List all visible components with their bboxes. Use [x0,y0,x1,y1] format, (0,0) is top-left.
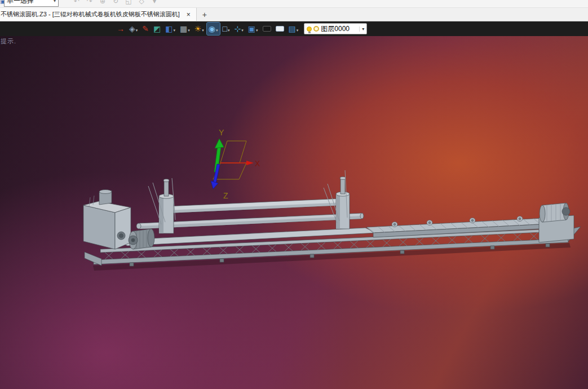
view-settings-icon[interactable]: ▾ [150,0,159,7]
zoom-window-icon[interactable]: ◱ [124,0,133,7]
solid-shell-glyph: ◩ [153,23,161,35]
chevron-down-icon: ▾ [228,28,230,33]
3d-viewport[interactable]: 提示. [0,36,588,389]
roll-housing-right[interactable] [336,177,350,229]
axis-y-label: Y [219,128,224,137]
exit-environment-icon[interactable]: → [115,23,126,35]
layer-combo[interactable]: 图层0000 ▾ [304,23,367,34]
chevron-down-icon: ▾ [174,28,176,33]
axis-plane-xy [220,141,246,163]
sketch-pen-glyph: ✎ [142,23,149,35]
undo-icon[interactable]: ↶ [72,0,81,7]
axis-z-arrowhead [211,181,218,189]
pan-view-icon[interactable]: ⊕ [98,0,107,7]
axis-z-label: Z [223,191,228,200]
document-tab-title: 不锈钢滚圆机.Z3 - [三辊对称机械式卷板机铁皮钢板不锈钢滚圆机] [1,10,180,19]
fit-view-icon[interactable]: ◇ [137,0,146,7]
chevron-down-icon: ▾ [297,28,299,33]
layer-combo-dropdown-icon[interactable]: ▾ [359,26,364,32]
chevron-down-icon: ▾ [54,0,56,3]
close-tab-icon[interactable]: × [185,11,192,19]
zoom-tools-glyph: ◉ [209,23,215,35]
background-color-icon[interactable] [274,23,286,35]
chevron-down-icon: ▾ [256,28,258,33]
document-tab[interactable]: 不锈钢滚圆机.Z3 - [三辊对称机械式卷板机铁皮钢板不锈钢滚圆机] × [0,8,197,21]
top-toolbar-strip: ▣ 单一选择 ▾ ↶↷⊕↻◱◇▾ [0,0,588,8]
background-color-swatch [276,26,284,32]
ribbon-icons: →◈▾✎◩◧▾▦▾☀▾◉▾□▾⊹▾▣▾▤▾ [115,23,300,35]
datum-display-icon[interactable]: ⊹▾ [233,23,245,35]
chevron-down-icon: ▾ [241,28,244,33]
selection-mode-value: 单一选择 [7,0,34,6]
chevron-down-icon: ▾ [202,28,204,33]
redo-icon[interactable]: ↷ [85,0,94,7]
chevron-down-icon: ▾ [136,28,138,33]
gearbox-unit[interactable] [83,190,131,250]
new-tab-button[interactable]: + [197,8,213,21]
machine-model[interactable] [83,170,581,271]
layer-visibility-bulb-icon[interactable] [307,26,312,32]
view-orientation-glyph: ◈ [129,23,135,35]
zoom-tools-icon[interactable]: ◉▾ [207,23,220,35]
display-settings-glyph: ▣ [248,23,255,35]
line-color-icon[interactable] [261,23,273,35]
quick-view-icons: ↶↷⊕↻◱◇▾ [72,0,159,7]
layer-combo-value: 图层0000 [321,24,350,34]
document-tab-bar: 不锈钢滚圆机.Z3 - [三辊对称机械式卷板机铁皮钢板不锈钢滚圆机] × + [0,8,588,21]
wireframe-display-glyph: ▦ [180,23,187,35]
layer-manager-glyph: ▤ [289,23,296,35]
drive-motor[interactable] [129,229,154,249]
viewport-scene: X Y Z [0,36,588,389]
axis-z-arrow[interactable] [213,164,220,183]
axis-y-arrowhead [215,139,224,148]
render-effects-icon[interactable]: ☀▾ [193,23,206,35]
selection-mode-combo[interactable]: 单一选择 ▾ [4,0,59,7]
view-orientation-icon[interactable]: ◈▾ [127,23,139,35]
shaded-display-icon[interactable]: ◧▾ [163,23,177,35]
end-motor-unit[interactable] [539,203,574,242]
axis-x-label: X [255,159,260,168]
sketch-pen-icon[interactable]: ✎ [140,23,151,35]
solid-shell-icon[interactable]: ◩ [152,23,162,35]
view-ribbon-toolbar: →◈▾✎◩◧▾▦▾☀▾◉▾□▾⊹▾▣▾▤▾ 图层0000 ▾ [0,21,588,36]
exit-environment-glyph: → [117,23,125,35]
axis-x-arrowhead [246,161,254,165]
rotate-view-icon[interactable]: ↻ [111,0,120,7]
chevron-down-icon: ▾ [188,28,190,33]
display-settings-icon[interactable]: ▣▾ [246,23,260,35]
datum-display-glyph: ⊹ [235,23,241,35]
layer-color-icon[interactable] [313,26,319,32]
render-effects-glyph: ☀ [194,23,202,35]
upper-roll-beam[interactable] [167,198,343,213]
axis-triad[interactable]: X Y Z [211,128,260,200]
layer-manager-icon[interactable]: ▤▾ [287,23,300,35]
roll-housing-left[interactable] [159,179,174,234]
wireframe-display-icon[interactable]: ▦▾ [178,23,192,35]
selection-box-icon[interactable]: □▾ [221,23,232,35]
shaded-display-glyph: ◧ [165,23,173,35]
selection-box-glyph: □ [223,23,227,35]
chevron-down-icon: ▾ [216,28,218,33]
line-color-swatch [263,26,271,32]
